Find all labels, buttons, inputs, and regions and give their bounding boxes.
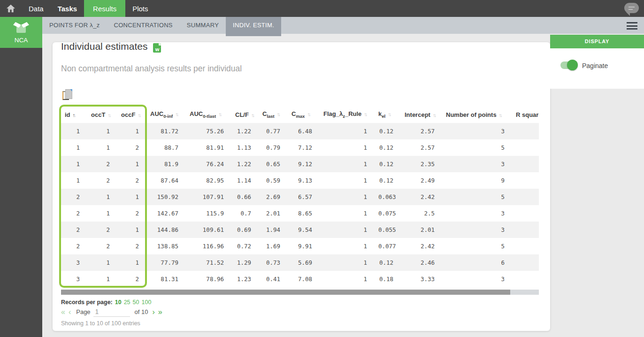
cell-k-el: 0.12 [375,254,401,271]
cell-c-max: 7.08 [288,271,320,287]
cell-cl-f: 1.13 [231,139,259,156]
column-header-c-max[interactable]: Cmax↑↓ [288,106,320,123]
results-table-container: id↑↓occT↑↓occF↑↓AUC0-inf↑↓AUC0-tlast↑↓CL… [61,106,539,287]
column-header-r-squared[interactable]: R squared↑↓ [512,106,539,123]
nav-item-tasks[interactable]: Tasks [51,0,84,17]
cell-intercept: 2.46 [401,254,442,271]
cell-number-of-points: 5 [442,238,512,254]
records-option-10[interactable]: 10 [115,299,122,306]
cell-occF: 1 [117,189,146,205]
tab-points-for-lambda-z[interactable]: POINTS FOR λ_z [42,17,107,34]
results-tab-bar: POINTS FOR λ_z CONCENTRATIONS SUMMARY IN… [42,17,644,34]
cell-c-max: 6.57 [288,189,320,205]
nav-item-results[interactable]: Results [84,0,125,17]
sort-icon: ↑↓ [277,110,281,117]
records-per-page-label: Records per page: [61,299,113,306]
column-header-flag-lambda-z-rule[interactable]: Flag_λz_Rule↑↓ [320,106,375,123]
sort-icon: ↑↓ [307,110,311,117]
home-icon [6,4,15,13]
column-header-intercept[interactable]: Intercept↑↓ [401,106,442,123]
table-row: 11181.7275.261.220.776.4810.122.573 [61,123,539,139]
sort-icon: ↑↓ [218,110,222,117]
tab-summary[interactable]: SUMMARY [180,17,226,34]
records-option-25[interactable]: 25 [124,299,130,306]
cell-c-last: 1.94 [259,222,288,238]
cell-flag-lambda-z-rule: 1 [320,222,375,238]
cell-occF: 1 [117,156,146,172]
horizontal-scrollbar-thumb[interactable] [61,290,510,295]
table-row: 31281.3178.961.230.417.0810.183.333 [61,271,539,287]
cell-c-last: 0.65 [259,156,288,172]
cell-occT: 1 [87,205,117,222]
chat-line [629,7,635,8]
copy-table-icon[interactable] [62,89,73,101]
paginate-toggle[interactable] [560,61,577,69]
sidebar-item-nca-project[interactable]: NCA [0,17,42,48]
horizontal-scrollbar[interactable] [61,290,539,295]
cell-auc-0-inf: 88.7 [146,139,186,156]
cell-flag-lambda-z-rule: 1 [320,172,375,189]
column-header-c-last[interactable]: Clast↑↓ [259,106,288,123]
records-option-50[interactable]: 50 [133,299,139,306]
cell-c-max: 8.65 [288,205,320,222]
chat-bubble-icon[interactable] [624,3,639,13]
menu-hamburger-icon[interactable] [627,22,637,31]
column-header-occT[interactable]: occT↑↓ [87,106,117,123]
records-per-page: Records per page:102550100 [61,299,151,306]
cell-r-squared [512,123,539,139]
sort-icon: ↑↓ [73,111,77,118]
home-button[interactable] [0,0,22,17]
cell-cl-f: 1.29 [231,254,259,271]
column-header-auc-0-inf[interactable]: AUC0-inf↑↓ [146,106,186,123]
open-box-icon [12,21,30,34]
cell-c-max: 9.91 [288,238,320,254]
table-row: 211150.92107.910.662.696.5710.0632.425 [61,189,539,205]
cell-occT: 1 [87,189,117,205]
cell-k-el: 0.12 [375,156,401,172]
top-navigation-bar: Data Tasks Results Plots [0,0,644,17]
first-page-button[interactable]: « [61,308,65,316]
cell-intercept: 3.33 [401,271,442,287]
cell-intercept: 2.57 [401,123,442,139]
cell-c-max: 9.12 [288,156,320,172]
sort-icon: ↑↓ [107,111,111,118]
cell-auc-0-inf: 81.72 [146,123,186,139]
word-export-icon[interactable]: w [153,43,161,53]
column-header-id[interactable]: id↑↓ [61,106,87,123]
last-page-button[interactable]: » [158,308,162,316]
next-page-button[interactable]: › [153,308,155,316]
records-option-100[interactable]: 100 [141,299,151,306]
nav-item-plots[interactable]: Plots [125,0,155,17]
tab-concentrations[interactable]: CONCENTRATIONS [107,17,180,34]
cell-k-el: 0.12 [375,123,401,139]
cell-auc-0-inf: 81.31 [146,271,186,287]
sort-icon: ↑↓ [364,110,368,117]
cell-number-of-points: 5 [442,139,512,156]
column-header-auc-0-tlast[interactable]: AUC0-tlast↑↓ [186,106,231,123]
tab-indiv-estim[interactable]: INDIV. ESTIM. [226,17,281,36]
cell-r-squared [512,205,539,222]
cell-id: 1 [61,139,87,156]
column-header-number-of-points[interactable]: Number of points↑↓ [442,106,512,123]
cell-flag-lambda-z-rule: 1 [320,238,375,254]
cell-occF: 1 [117,254,146,271]
cell-intercept: 2.35 [401,156,442,172]
nav-item-data[interactable]: Data [22,0,51,17]
cell-flag-lambda-z-rule: 1 [320,156,375,172]
cell-number-of-points: 6 [442,254,512,271]
cell-r-squared [512,139,539,156]
cell-flag-lambda-z-rule: 1 [320,139,375,156]
cell-k-el: 0.18 [375,271,401,287]
cell-id: 1 [61,123,87,139]
column-header-k-el[interactable]: kel↑↓ [375,106,401,123]
cell-k-el: 0.063 [375,189,401,205]
page-number-input[interactable] [93,307,130,317]
cell-number-of-points: 3 [442,123,512,139]
column-header-occF[interactable]: occF↑↓ [117,106,146,123]
column-header-cl-f[interactable]: CL/F↑↓ [231,106,259,123]
cell-occF: 1 [117,123,146,139]
previous-page-button[interactable]: ‹ [69,308,71,316]
cell-cl-f: 0.72 [231,238,259,254]
cell-r-squared [512,189,539,205]
cell-auc-0-inf: 142.67 [146,205,186,222]
